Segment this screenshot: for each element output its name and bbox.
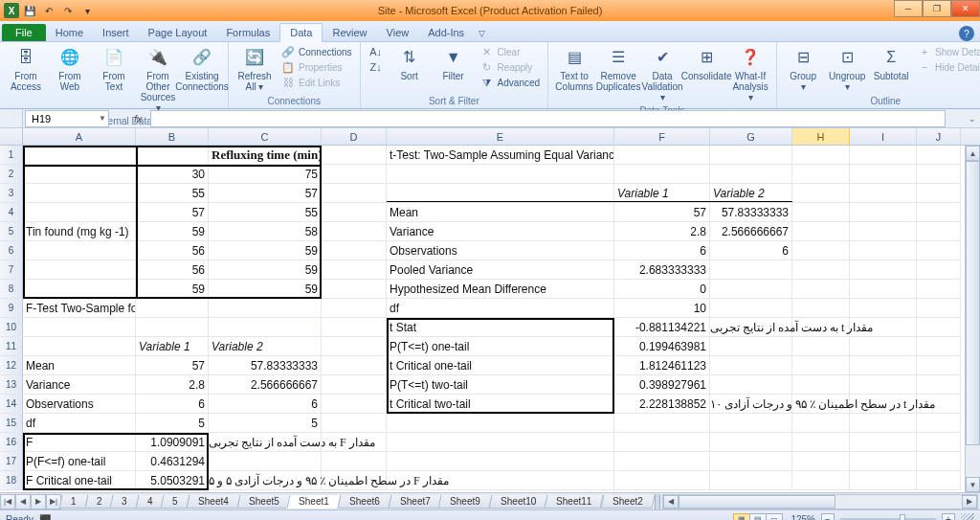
cell-E1[interactable]: t-Test: Two-Sample Assuming Equal Varian… — [387, 146, 614, 165]
cell-B17[interactable]: 0.4631294 — [136, 452, 209, 471]
sheet-tab-Sheet11[interactable]: Sheet11 — [545, 495, 604, 509]
sort-desc-button[interactable]: Z↓ — [367, 59, 386, 75]
sheet-tab-Sheet10[interactable]: Sheet10 — [489, 495, 548, 509]
cell-J4[interactable] — [917, 203, 961, 222]
cell-G13[interactable] — [710, 375, 792, 395]
cell-B14[interactable]: 6 — [136, 395, 209, 414]
zoom-out-button[interactable]: − — [821, 513, 835, 521]
cell-J3[interactable] — [917, 184, 961, 203]
row-header[interactable]: 11 — [0, 337, 23, 356]
clear-filter-button[interactable]: ✕Clear — [478, 44, 542, 59]
zoom-handle[interactable] — [900, 514, 905, 521]
cell-I14[interactable] — [850, 395, 917, 414]
cell-A15[interactable]: df — [23, 414, 136, 433]
col-I[interactable]: I — [850, 128, 917, 145]
row-header[interactable]: 15 — [0, 414, 23, 433]
cell-B16[interactable]: 1.0909091 — [136, 433, 209, 452]
row-header[interactable]: 8 — [0, 280, 23, 299]
cell-G7[interactable] — [710, 260, 792, 280]
cell-D12[interactable] — [322, 356, 387, 375]
chevron-down-icon[interactable]: ▼ — [99, 114, 106, 123]
cell-D11[interactable] — [322, 337, 387, 356]
cell-J11[interactable] — [917, 337, 961, 356]
cell-H9[interactable] — [792, 299, 850, 318]
cell-B9[interactable] — [136, 299, 209, 318]
cell-A8[interactable] — [23, 280, 136, 299]
cell-J18[interactable] — [917, 471, 961, 490]
cell-B12[interactable]: 57 — [136, 356, 209, 375]
row-header[interactable]: 18 — [0, 471, 23, 490]
cell-F1[interactable] — [614, 146, 710, 165]
cell-G3[interactable]: Variable 2 — [710, 184, 792, 203]
row-header[interactable]: 12 — [0, 356, 23, 375]
cell-C13[interactable]: 2.566666667 — [209, 375, 322, 395]
cell-F11[interactable]: 0.199463981 — [614, 337, 710, 356]
cell-F13[interactable]: 0.398927961 — [614, 375, 710, 395]
close-button[interactable]: ✕ — [951, 0, 980, 17]
fx-label[interactable]: fx — [109, 113, 150, 124]
cell-D4[interactable] — [322, 203, 387, 222]
cell-J7[interactable] — [917, 260, 961, 280]
cell-C10[interactable] — [209, 318, 322, 337]
cell-F6[interactable]: 6 — [614, 241, 710, 260]
cell-E14[interactable]: t Critical two-tail — [387, 395, 614, 414]
cell-H18[interactable] — [792, 471, 850, 490]
undo-icon[interactable]: ↶ — [40, 2, 57, 19]
cell-J2[interactable] — [917, 165, 961, 184]
data-validation-button[interactable]: ✔Data Validation ▾ — [642, 44, 682, 104]
cell-D17[interactable] — [322, 452, 387, 471]
cell-I18[interactable] — [850, 471, 917, 490]
row-header[interactable]: 2 — [0, 165, 23, 184]
sheet-tab-5[interactable]: 5 — [161, 495, 190, 509]
cell-I3[interactable] — [850, 184, 917, 203]
cell-G17[interactable] — [710, 452, 792, 471]
tab-home[interactable]: Home — [46, 24, 93, 41]
row-header[interactable]: 17 — [0, 452, 23, 471]
cell-E7[interactable]: Pooled Variance — [387, 260, 614, 280]
help-icon[interactable]: ? — [959, 26, 974, 41]
cell-E9[interactable]: df — [387, 299, 614, 318]
tab-view[interactable]: View — [377, 24, 419, 41]
cell-A5[interactable]: Tin found (mg kg -1) — [23, 222, 136, 241]
ribbon-collapse-icon[interactable]: ▽ — [474, 26, 489, 41]
cell-I16[interactable] — [850, 433, 917, 452]
cell-I5[interactable] — [850, 222, 917, 241]
cell-F16[interactable] — [614, 433, 710, 452]
cell-A12[interactable]: Mean — [23, 356, 136, 375]
cell-B2[interactable]: 30 — [136, 165, 209, 184]
cell-H15[interactable] — [792, 414, 850, 433]
cell-B10[interactable] — [136, 318, 209, 337]
cell-J13[interactable] — [917, 375, 961, 395]
cell-B7[interactable]: 56 — [136, 260, 209, 280]
row-header[interactable]: 6 — [0, 241, 23, 260]
row-header[interactable]: 3 — [0, 184, 23, 203]
cell-H7[interactable] — [792, 260, 850, 280]
formula-bar[interactable] — [150, 110, 946, 127]
ungroup-button[interactable]: ⊡Ungroup ▾ — [827, 44, 867, 94]
cell-J6[interactable] — [917, 241, 961, 260]
cell-G15[interactable] — [710, 414, 792, 433]
cell-G4[interactable]: 57.83333333 — [710, 203, 792, 222]
cell-G14[interactable] — [710, 395, 792, 414]
cell-G11[interactable] — [710, 337, 792, 356]
cell-F17[interactable] — [614, 452, 710, 471]
cell-F14[interactable]: 2.228138852 — [614, 395, 710, 414]
tab-first-icon[interactable]: |◀ — [0, 494, 15, 509]
sheet-tab-Sheet6[interactable]: Sheet6 — [337, 495, 391, 509]
cell-C12[interactable]: 57.83333333 — [209, 356, 322, 375]
group-button[interactable]: ⊟Group ▾ — [783, 44, 823, 94]
scroll-up-icon[interactable]: ▲ — [966, 146, 980, 161]
edit-links-button[interactable]: ⛓Edit Links — [278, 75, 354, 90]
cell-A9[interactable]: F-Test Two-Sample for Variances — [23, 299, 136, 318]
cell-J5[interactable] — [917, 222, 961, 241]
cell-A16[interactable]: F — [23, 433, 136, 452]
cell-F15[interactable] — [614, 414, 710, 433]
sheet-tab-1[interactable]: 1 — [59, 495, 89, 509]
refresh-all-button[interactable]: 🔄Refresh All ▾ — [234, 44, 275, 94]
row-header[interactable]: 14 — [0, 395, 23, 414]
show-detail-button[interactable]: +Show Detail — [915, 44, 980, 59]
sheet-tab-Sheet7[interactable]: Sheet7 — [388, 495, 442, 509]
cell-C18[interactable] — [209, 471, 322, 490]
from-text-button[interactable]: 📄From Text — [94, 44, 134, 94]
save-icon[interactable]: 💾 — [21, 2, 38, 19]
